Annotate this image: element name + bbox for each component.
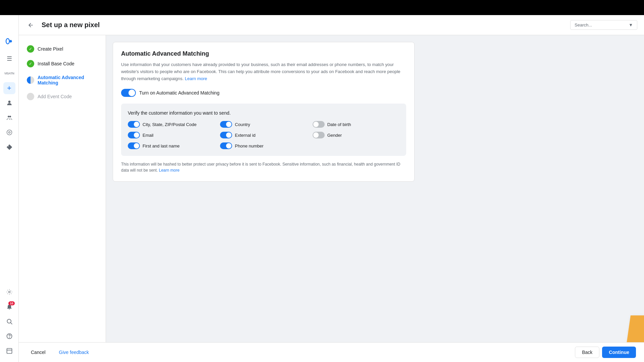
- field-country-label: Country: [235, 122, 250, 127]
- toggle-date-of-birth[interactable]: [313, 121, 325, 128]
- card-description-text: Use information that your customers have…: [121, 62, 400, 81]
- svg-point-3: [9, 116, 11, 117]
- tag-icon[interactable]: [3, 141, 15, 153]
- field-phone-number-label: Phone number: [235, 143, 263, 148]
- svg-marker-14: [610, 315, 644, 342]
- help-icon[interactable]: [3, 330, 15, 342]
- main-panel: Automatic Advanced Matching Use informat…: [106, 35, 644, 342]
- search-icon[interactable]: [3, 315, 15, 327]
- field-email-label: Email: [143, 133, 154, 138]
- cancel-button[interactable]: Cancel: [27, 347, 50, 358]
- brand-label: VISATN: [3, 67, 15, 79]
- svg-point-7: [8, 291, 10, 293]
- header: Set up a new pixel Search... ▼: [19, 15, 644, 35]
- svg-point-2: [8, 116, 9, 117]
- account-dropdown[interactable]: Search... ▼: [570, 20, 637, 30]
- svg-point-6: [8, 145, 9, 146]
- svg-line-9: [10, 323, 12, 324]
- step-create-pixel-label: Create Pixel: [38, 46, 63, 52]
- step-create-pixel[interactable]: ✓ Create Pixel: [24, 42, 100, 56]
- verify-box: Verify the customer information you want…: [121, 104, 406, 156]
- step-add-event-code-label: Add Event Code: [38, 94, 72, 99]
- main-area: Set up a new pixel Search... ▼ ✓ Create …: [19, 15, 644, 362]
- step-advanced-matching-label: Automatic Advanced Matching: [38, 75, 98, 85]
- toggle-external-id[interactable]: [220, 132, 232, 138]
- steps-panel: ✓ Create Pixel ✓ Install Base Code Autom…: [19, 35, 106, 342]
- field-external-id: External id: [220, 132, 307, 138]
- dropdown-placeholder: Search...: [575, 22, 592, 27]
- svg-point-4: [7, 130, 12, 135]
- learn-more-link-1[interactable]: Learn more: [185, 76, 207, 81]
- settings-circle-icon[interactable]: [3, 126, 15, 138]
- step-install-base-code[interactable]: ✓ Install Base Code: [24, 57, 100, 71]
- continue-button[interactable]: Continue: [602, 347, 636, 358]
- fields-grid: City, State, ZIP/Postal Code Country Dat…: [128, 121, 399, 149]
- svg-rect-12: [7, 349, 12, 354]
- gear-icon[interactable]: [3, 286, 15, 298]
- svg-point-11: [9, 338, 9, 338]
- toggle-country[interactable]: [220, 121, 232, 128]
- field-date-of-birth: Date of birth: [313, 121, 399, 128]
- chevron-down-icon: ▼: [629, 22, 633, 27]
- privacy-note: This information will be hashed to bette…: [121, 161, 406, 173]
- field-first-last-name-label: First and last name: [143, 143, 180, 148]
- step-install-base-code-circle: ✓: [27, 60, 34, 67]
- card-title: Automatic Advanced Matching: [121, 50, 406, 57]
- step-advanced-matching-circle: [27, 76, 34, 84]
- field-external-id-label: External id: [235, 133, 255, 138]
- meta-logo: [3, 35, 15, 47]
- notification-badge: 10: [8, 301, 14, 305]
- toggle-city-state-zip[interactable]: [128, 121, 140, 128]
- field-city-state-zip: City, State, ZIP/Postal Code: [128, 121, 215, 128]
- field-phone-number: Phone number: [220, 142, 307, 149]
- field-city-state-zip-label: City, State, ZIP/Postal Code: [143, 122, 197, 127]
- person-icon[interactable]: [3, 97, 15, 109]
- field-first-last-name: First and last name: [128, 142, 215, 149]
- page-title: Set up a new pixel: [42, 21, 565, 29]
- top-bar: [0, 0, 644, 15]
- toggle-email[interactable]: [128, 132, 140, 138]
- verify-title: Verify the customer information you want…: [128, 110, 399, 116]
- footer: Cancel Give feedback Back Continue: [19, 342, 644, 362]
- sidebar: ☰ VISATN + 10: [0, 15, 19, 362]
- add-icon[interactable]: +: [3, 82, 15, 94]
- notifications-icon[interactable]: 10: [3, 301, 15, 313]
- svg-point-8: [7, 319, 11, 323]
- give-feedback-button[interactable]: Give feedback: [55, 347, 93, 358]
- svg-point-1: [8, 101, 10, 103]
- field-gender-label: Gender: [327, 133, 342, 138]
- main-toggle[interactable]: [121, 89, 136, 97]
- toggle-phone-number[interactable]: [220, 142, 232, 149]
- field-date-of-birth-label: Date of birth: [327, 122, 351, 127]
- groups-icon[interactable]: [3, 112, 15, 124]
- field-country: Country: [220, 121, 307, 128]
- svg-point-0: [6, 39, 9, 44]
- back-button[interactable]: Back: [575, 347, 599, 358]
- toggle-gender[interactable]: [313, 132, 325, 138]
- step-install-base-code-label: Install Base Code: [38, 61, 74, 66]
- content-wrapper: ✓ Create Pixel ✓ Install Base Code Autom…: [19, 35, 644, 342]
- svg-point-5: [8, 132, 10, 133]
- flag-icon[interactable]: [3, 360, 15, 362]
- toggle-row: Turn on Automatic Advanced Matching: [121, 89, 406, 97]
- card-description: Use information that your customers have…: [121, 61, 406, 82]
- footer-right: Back Continue: [575, 347, 636, 358]
- tools-icon[interactable]: [3, 345, 15, 357]
- back-icon-button[interactable]: [25, 20, 36, 31]
- toggle-first-last-name[interactable]: [128, 142, 140, 149]
- toggle-label: Turn on Automatic Advanced Matching: [139, 90, 219, 96]
- step-create-pixel-circle: ✓: [27, 45, 34, 53]
- step-add-event-code-circle: [27, 93, 34, 100]
- field-gender: Gender: [313, 132, 399, 138]
- content-card: Automatic Advanced Matching Use informat…: [113, 42, 415, 182]
- step-add-event-code[interactable]: Add Event Code: [24, 89, 100, 104]
- sidebar-bottom: 10: [3, 286, 15, 362]
- menu-icon[interactable]: ☰: [3, 53, 15, 65]
- field-email: Email: [128, 132, 215, 138]
- step-automatic-advanced-matching[interactable]: Automatic Advanced Matching: [24, 71, 100, 89]
- learn-more-link-2[interactable]: Learn more: [159, 168, 179, 173]
